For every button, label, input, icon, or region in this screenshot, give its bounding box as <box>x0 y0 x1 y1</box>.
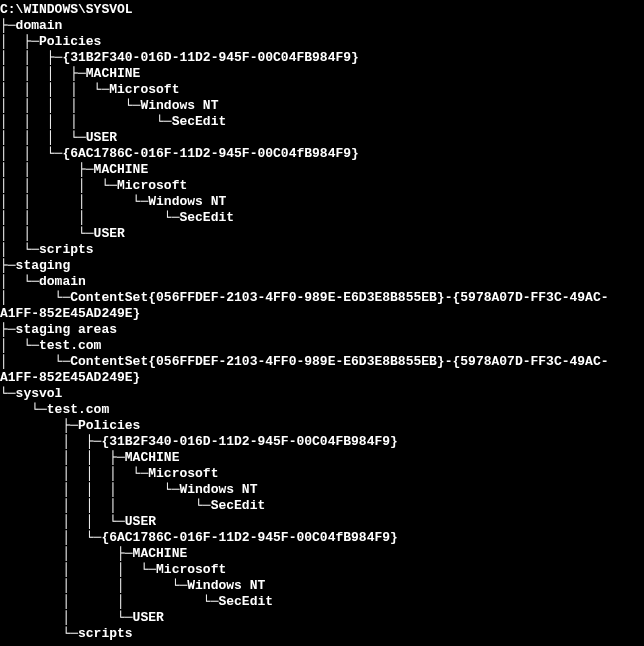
tree-line: │ └─USER <box>0 610 644 626</box>
tree-line: │ │ ├─MACHINE <box>0 162 644 178</box>
tree-line: │ └─domain <box>0 274 644 290</box>
tree-line: ├─Policies <box>0 418 644 434</box>
tree-line: │ │ └─USER <box>0 226 644 242</box>
tree-line: ├─domain <box>0 18 644 34</box>
tree-line: │ │ └─SecEdit <box>0 594 644 610</box>
tree-line: │ │ │ └─Windows NT <box>0 194 644 210</box>
tree-line: │ └─scripts <box>0 242 644 258</box>
tree-line: │ │ ├─MACHINE <box>0 450 644 466</box>
tree-line: │ └─ContentSet{056FFDEF-2103-4FF0-989E-E… <box>0 290 644 306</box>
tree-line: A1FF-852E45AD249E} <box>0 306 644 322</box>
tree-line: │ │ └─Windows NT <box>0 578 644 594</box>
root-path: C:\WINDOWS\SYSVOL <box>0 2 644 18</box>
tree-line: │ ├─Policies <box>0 34 644 50</box>
tree-line: │ │ │ └─SecEdit <box>0 210 644 226</box>
tree-line: │ │ │ │ └─Microsoft <box>0 82 644 98</box>
tree-line: A1FF-852E45AD249E} <box>0 370 644 386</box>
tree-line: │ │ │ └─SecEdit <box>0 498 644 514</box>
tree-line: │ ├─{31B2F340-016D-11D2-945F-00C04FB984F… <box>0 434 644 450</box>
tree-line: ├─staging areas <box>0 322 644 338</box>
tree-line: ├─staging <box>0 258 644 274</box>
tree-line: │ │ │ ├─MACHINE <box>0 66 644 82</box>
tree-line: │ │ └─{6AC1786C-016F-11D2-945F-00C04fB98… <box>0 146 644 162</box>
tree-line: │ └─{6AC1786C-016F-11D2-945F-00C04fB984F… <box>0 530 644 546</box>
tree-line: └─test.com <box>0 402 644 418</box>
tree-line: │ │ └─Microsoft <box>0 562 644 578</box>
tree-line: │ │ │ └─Microsoft <box>0 178 644 194</box>
tree-line: │ │ └─USER <box>0 514 644 530</box>
tree-line: │ └─test.com <box>0 338 644 354</box>
tree-line: │ │ │ └─USER <box>0 130 644 146</box>
tree-line: └─sysvol <box>0 386 644 402</box>
tree-line: │ │ │ └─Windows NT <box>0 482 644 498</box>
tree-line: │ ├─MACHINE <box>0 546 644 562</box>
tree-line: │ │ │ │ └─SecEdit <box>0 114 644 130</box>
tree-line: │ │ ├─{31B2F340-016D-11D2-945F-00C04FB98… <box>0 50 644 66</box>
tree-line: └─scripts <box>0 626 644 642</box>
tree-line: │ │ │ │ └─Windows NT <box>0 98 644 114</box>
tree-line: │ │ │ └─Microsoft <box>0 466 644 482</box>
tree-line: │ └─ContentSet{056FFDEF-2103-4FF0-989E-E… <box>0 354 644 370</box>
tree-output: C:\WINDOWS\SYSVOL ├─domain │ ├─Policies … <box>0 2 644 642</box>
